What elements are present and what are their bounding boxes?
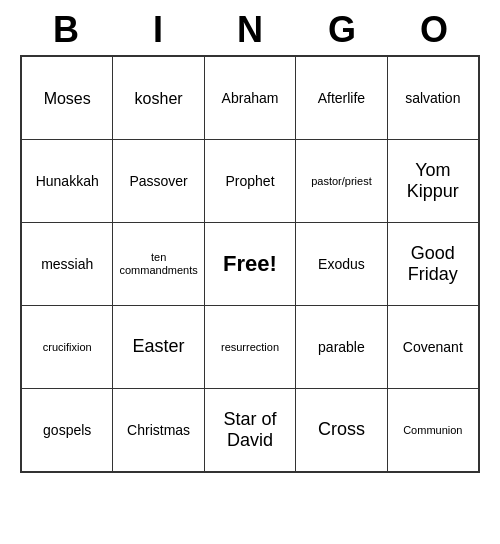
cell-g5: Cross xyxy=(296,389,387,471)
cell-n3-free: Free! xyxy=(205,223,296,305)
cell-b2: Hunakkah xyxy=(22,140,113,222)
cell-b4: crucifixion xyxy=(22,306,113,388)
letter-g: G xyxy=(296,8,388,51)
cell-b3: messiah xyxy=(22,223,113,305)
bingo-row: messiah ten commandments Free! Exodus Go… xyxy=(22,223,478,306)
cell-i1: kosher xyxy=(113,57,204,139)
cell-i4: Easter xyxy=(113,306,204,388)
cell-g4: parable xyxy=(296,306,387,388)
letter-b: B xyxy=(20,8,112,51)
cell-n4: resurrection xyxy=(205,306,296,388)
bingo-header: B I N G O xyxy=(20,8,480,51)
cell-g3: Exodus xyxy=(296,223,387,305)
cell-g1: Afterlife xyxy=(296,57,387,139)
cell-o5: Communion xyxy=(388,389,478,471)
cell-o1: salvation xyxy=(388,57,478,139)
cell-n5: Star of David xyxy=(205,389,296,471)
letter-n: N xyxy=(204,8,296,51)
letter-i: I xyxy=(112,8,204,51)
bingo-row: crucifixion Easter resurrection parable … xyxy=(22,306,478,389)
cell-b1: Moses xyxy=(22,57,113,139)
cell-i5: Christmas xyxy=(113,389,204,471)
bingo-row: Moses kosher Abraham Afterlife salvation xyxy=(22,57,478,140)
cell-b5: gospels xyxy=(22,389,113,471)
cell-i3: ten commandments xyxy=(113,223,204,305)
cell-g2: pastor/priest xyxy=(296,140,387,222)
cell-o2: Yom Kippur xyxy=(388,140,478,222)
cell-n2: Prophet xyxy=(205,140,296,222)
cell-o4: Covenant xyxy=(388,306,478,388)
bingo-grid: Moses kosher Abraham Afterlife salvation… xyxy=(20,55,480,473)
bingo-row: gospels Christmas Star of David Cross Co… xyxy=(22,389,478,471)
cell-i2: Passover xyxy=(113,140,204,222)
cell-o3: Good Friday xyxy=(388,223,478,305)
bingo-row: Hunakkah Passover Prophet pastor/priest … xyxy=(22,140,478,223)
cell-n1: Abraham xyxy=(205,57,296,139)
letter-o: O xyxy=(388,8,480,51)
